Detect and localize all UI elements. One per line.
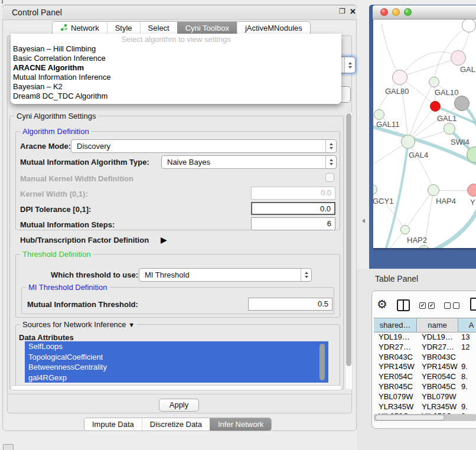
tab-style[interactable]: Style <box>107 22 140 34</box>
table-row[interactable]: YPR145WYPR145W9. <box>374 362 476 372</box>
node-label-gal1: GAL1 <box>437 114 457 123</box>
attribute-item-selfloops[interactable]: SelfLoops <box>25 341 328 352</box>
table-row[interactable]: YDR27…YDR27…12 <box>374 343 476 353</box>
tab-network[interactable]: Network <box>53 22 107 34</box>
node-label-gal80: GAL80 <box>385 87 409 96</box>
close-icon[interactable]: ✕ <box>350 7 356 16</box>
algorithm-option-bayesian-k2[interactable]: Bayesian – K2 <box>11 82 341 92</box>
algorithm-option-aracne-algorithm[interactable]: ARACNE Algorithm <box>11 63 341 73</box>
node-label-y: Y <box>470 198 475 207</box>
tab-label: Select <box>148 24 169 32</box>
table-row[interactable]: YBL079WYBL079W <box>374 392 476 402</box>
table-hscrollbar-thumb[interactable] <box>375 415 445 420</box>
threshold-definition-legend: Threshold Definition <box>20 250 93 259</box>
table-cell: YER054C <box>379 372 417 382</box>
tab-cyni-toolbox[interactable]: Cyni Toolbox <box>177 22 237 34</box>
attribute-item-gal4rgexp[interactable]: gal4RGexp <box>25 373 328 383</box>
node-label-hap4: HAP4 <box>436 197 456 206</box>
node-gal10[interactable] <box>429 77 439 87</box>
algorithm-option-dream8-dc-tdc-algorithm[interactable]: Dream8 DC_TDC Algorithm <box>11 92 341 101</box>
table-cell: 9. <box>461 362 476 372</box>
window-zoom-traffic-icon[interactable] <box>404 8 412 16</box>
table-cell: YDR27… <box>422 343 458 353</box>
split-columns-icon[interactable] <box>397 299 410 311</box>
tab-discretize-data[interactable]: Discretize Data <box>142 418 210 431</box>
top-left-partial-line <box>2 0 3 4</box>
window-minimize-traffic-icon[interactable] <box>392 8 400 16</box>
attributes-list-scrollbar[interactable] <box>319 344 325 380</box>
node-gal80[interactable] <box>392 70 407 85</box>
apply-button[interactable]: Apply <box>159 399 199 412</box>
kernel-width-input[interactable]: 0.0 <box>251 187 335 200</box>
table-hscrollbar-track[interactable] <box>374 414 476 421</box>
algorithm-option-basic-correlation-inference[interactable]: Basic Correlation Inference <box>11 54 341 63</box>
tab-impute-data[interactable]: Impute Data <box>84 418 142 431</box>
which-threshold-combo[interactable]: MI Threshold <box>139 268 312 282</box>
column-header-shared[interactable]: shared… <box>374 318 417 332</box>
aracne-mode-value: Discovery <box>77 142 110 151</box>
unchecked-pair-icon[interactable] <box>444 302 459 309</box>
node-gal11[interactable] <box>374 109 384 120</box>
node-gal4[interactable] <box>401 135 415 149</box>
network-window-titlebar[interactable] <box>373 5 476 19</box>
dpi-tolerance-input[interactable]: 0.0 <box>251 202 335 215</box>
table-row[interactable]: YLR345WYLR345W9. <box>374 402 476 412</box>
table-row[interactable]: YBR045CYBR045C9. <box>374 382 476 392</box>
cyni-settings-legend: Cyni Algorithm Settings <box>14 112 98 120</box>
node-swi4[interactable] <box>444 123 455 135</box>
node-y[interactable] <box>467 184 476 197</box>
node-label-gal: GAL <box>460 65 475 74</box>
node-gal[interactable] <box>451 50 466 66</box>
mi-steps-label: Mutual Information Steps: <box>20 220 115 229</box>
tab-jactivemnodules[interactable]: jActiveMNodules <box>237 22 310 34</box>
window-close-traffic-icon[interactable] <box>380 8 388 16</box>
column-header-name[interactable]: name <box>417 318 458 332</box>
algorithm-option-bayesian-hill-climbing[interactable]: Bayesian – Hill Climbing <box>11 44 341 54</box>
sources-collapse-arrow-icon[interactable]: ▼ <box>128 321 135 328</box>
network-canvas[interactable]: GALGAL80GAL10GAL1GAL11SWI4GAL4GCY1HAP4YH… <box>373 19 476 248</box>
attribute-item-topologicalcoefficient[interactable]: TopologicalCoefficient <box>25 352 328 363</box>
checked-pair-icon[interactable]: ✓✓ <box>419 302 435 309</box>
splitter-collapse-arrow-icon[interactable] <box>362 219 365 223</box>
app-root: Control Panel ❐ ✕ NetworkStyleSelectCyni… <box>0 0 476 450</box>
main-tab-strip: NetworkStyleSelectCyni ToolboxjActiveMNo… <box>52 21 311 35</box>
table-row[interactable]: YDL19…YDL19…13 <box>374 332 476 343</box>
aracne-mode-combo[interactable]: Discovery <box>71 139 337 153</box>
table-row[interactable]: YER054CYER054C8. <box>374 372 476 382</box>
column-header-a[interactable]: A <box>458 318 476 332</box>
hub-expand-arrow-icon[interactable]: ▶ <box>161 235 167 244</box>
combo-spinner-icon[interactable] <box>325 140 336 152</box>
attribute-item-betweennesscentrality[interactable]: BetweennessCentrality <box>25 362 328 373</box>
tab-select[interactable]: Select <box>140 22 177 34</box>
table-cell: YLR345W <box>422 402 458 412</box>
mi-algorithm-type-combo[interactable]: Naive Bayes <box>161 155 337 169</box>
node-hap2[interactable] <box>400 225 410 234</box>
manual-kernel-width-checkbox[interactable] <box>325 173 334 182</box>
bottom-left-partial-icon[interactable] <box>3 444 14 450</box>
mi-threshold-input[interactable]: 0.5 <box>248 298 332 311</box>
tab-infer-network[interactable]: Infer Network <box>210 418 271 431</box>
apply-separator <box>8 394 351 394</box>
algorithm-option-mutual-information-inference[interactable]: Mutual Information Inference <box>11 73 341 82</box>
algorithm-dropdown-popup: Select algorithm to view settings Bayesi… <box>11 34 341 104</box>
node-unlabeled[interactable] <box>454 96 470 111</box>
which-threshold-label: Which threshold to use: <box>51 270 138 279</box>
combo-spinner-icon[interactable] <box>325 156 336 168</box>
tab-label: Style <box>115 24 132 32</box>
table-cell: YDL19… <box>422 332 458 343</box>
node-hap4[interactable] <box>428 184 439 196</box>
settings-vertical-scrollbar-thumb[interactable] <box>346 113 351 366</box>
document-icon[interactable] <box>470 298 476 311</box>
mi-steps-input[interactable]: 6 <box>251 217 335 230</box>
data-attributes-list[interactable]: SelfLoopsTopologicalCoefficientBetweenne… <box>25 341 328 383</box>
gear-icon[interactable]: ⚙ <box>377 297 387 311</box>
settings-horizontal-scrollbar[interactable] <box>11 385 342 390</box>
node-label-gal11: GAL11 <box>376 120 400 129</box>
table-cell: YLR345W <box>379 402 417 412</box>
node-gal1[interactable] <box>430 101 441 112</box>
hub-definition-label[interactable]: Hub/Transcription Factor Definition <box>20 236 149 244</box>
float-window-icon[interactable]: ❐ <box>339 7 345 15</box>
combo-spinner-icon[interactable] <box>301 269 311 281</box>
table-cell: YBL079W <box>422 392 458 402</box>
table-row[interactable]: YBR043CYBR043C <box>374 353 476 363</box>
